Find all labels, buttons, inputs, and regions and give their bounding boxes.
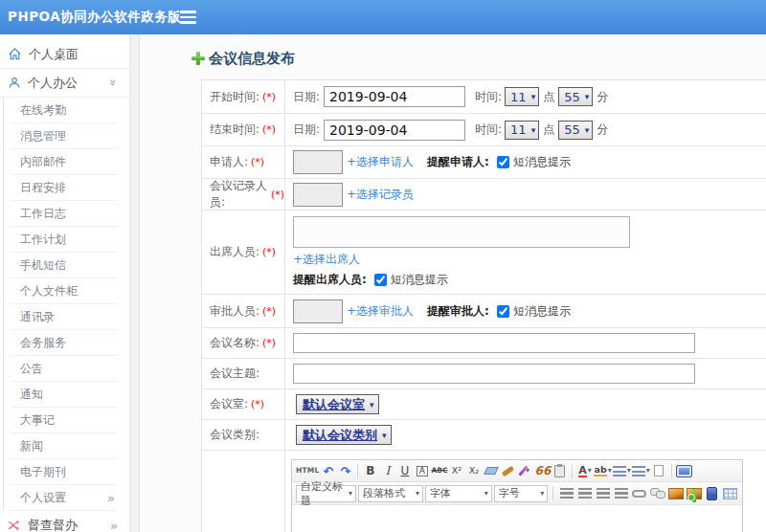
start-date-input[interactable] xyxy=(324,86,465,107)
sidebar-item-notice[interactable]: 通知 xyxy=(11,382,117,408)
meeting-name-input[interactable] xyxy=(293,333,695,353)
insert-link-button[interactable] xyxy=(631,485,647,502)
align-justify-button[interactable] xyxy=(613,485,629,502)
align-right-button[interactable] xyxy=(595,485,611,502)
sidebar-item-news[interactable]: 新闻 xyxy=(11,433,117,459)
choose-attendees-link[interactable]: +选择出席人 xyxy=(293,252,360,268)
sidebar-item-online-attendance[interactable]: 在线考勤 xyxy=(11,98,117,123)
redo-icon[interactable]: ↷ xyxy=(337,462,353,479)
recorder-input[interactable] xyxy=(293,183,343,207)
sidebar-item-personal-office[interactable]: 个人办公 » xyxy=(0,69,129,98)
sidebar-item-personal-settings[interactable]: 个人设置 » xyxy=(11,485,117,511)
ordered-list-button[interactable]: ▾ xyxy=(613,462,631,479)
undo-icon[interactable]: ↶ xyxy=(320,462,336,479)
underline-icon[interactable]: U xyxy=(396,462,413,479)
sidebar-submenu: 在线考勤 消息管理 内部邮件 日程安排 工作日志 工作计划 手机短信 个人文件柜… xyxy=(3,98,129,511)
bold-icon[interactable]: B xyxy=(362,462,378,479)
end-minute-select[interactable]: 55▾ xyxy=(558,121,593,140)
chevron-right-icon: » xyxy=(110,520,118,532)
dropdown-caret-icon: ▾ xyxy=(646,467,650,475)
multi-image-button[interactable] xyxy=(686,485,702,502)
attendees-textarea[interactable] xyxy=(293,216,630,248)
paste-button[interactable] xyxy=(552,462,568,479)
sidebar-item-personal-desktop[interactable]: 个人桌面 xyxy=(0,40,129,69)
approver-input[interactable] xyxy=(293,299,343,323)
clear-format-button[interactable] xyxy=(483,462,499,479)
sidebar: 个人桌面 个人办公 » 在线考勤 消息管理 内部邮件 日程安排 工作日志 工作计… xyxy=(0,34,129,532)
sidebar-item-contacts[interactable]: 通讯录 xyxy=(11,304,117,330)
start-hour-select[interactable]: 11▾ xyxy=(505,87,539,106)
insert-table-button[interactable] xyxy=(722,485,738,502)
italic-icon[interactable]: I xyxy=(379,462,395,479)
sidebar-item-work-plan[interactable]: 工作计划 xyxy=(11,227,117,253)
sidebar-scrollbar[interactable] xyxy=(129,34,140,532)
editor-content-area[interactable] xyxy=(292,505,742,532)
choose-recorder-link[interactable]: +选择记录员 xyxy=(347,187,414,203)
sidebar-item-meeting-service[interactable]: 会务服务 xyxy=(11,330,117,356)
sidebar-item-label: 大事记 xyxy=(20,412,55,429)
sidebar-item-label: 内部邮件 xyxy=(20,154,66,170)
align-center-button[interactable] xyxy=(576,485,593,502)
sidebar-item-e-journal[interactable]: 电子期刊 xyxy=(11,459,117,485)
select-arrow-icon: ▾ xyxy=(531,92,536,101)
editor-toolbar-row1: HTML ↶ ↷ B I U A ABC X² X₂ xyxy=(292,460,742,482)
sidebar-item-work-log[interactable]: 工作日志 xyxy=(11,201,117,227)
char-border-icon[interactable]: A xyxy=(417,466,427,477)
sidebar-item-personal-files[interactable]: 个人文件柜 xyxy=(11,278,117,304)
sidebar-item-announcement[interactable]: 公告 xyxy=(11,356,117,382)
sidebar-item-supervision[interactable]: 督查督办 » xyxy=(0,511,129,532)
start-minute-select[interactable]: 55▾ xyxy=(558,87,593,106)
form-row-meeting-room: 会议室:(*) 默认会议室▾ xyxy=(202,389,766,420)
font-color-button[interactable]: A▾ xyxy=(576,462,593,479)
fullscreen-button[interactable] xyxy=(676,462,692,479)
insert-media-button[interactable] xyxy=(704,485,720,502)
blockquote-icon[interactable]: 66 xyxy=(534,462,551,479)
page-title-text: 会议信息发布 xyxy=(209,50,295,68)
heading-select[interactable]: 自定义标题▾ xyxy=(296,485,356,502)
meeting-room-select[interactable]: 默认会议室▾ xyxy=(296,394,379,414)
form-row-content-editor: HTML ↶ ↷ B I U A ABC X² X₂ xyxy=(202,451,766,532)
new-page-button[interactable] xyxy=(651,462,667,479)
required-mark: (*) xyxy=(271,188,284,201)
highlight-color-button[interactable]: ab▾ xyxy=(594,462,611,479)
attendees-sms-checkbox[interactable] xyxy=(374,274,387,286)
align-left-button[interactable] xyxy=(558,485,574,502)
menu-icon[interactable] xyxy=(180,11,197,24)
media-icon xyxy=(707,487,717,500)
align-right-icon xyxy=(597,488,610,499)
unordered-list-button[interactable]: ▾ xyxy=(632,462,650,479)
auto-typeset-button[interactable]: ▾ xyxy=(517,462,533,479)
recorder-label: 会议记录人员:(*) xyxy=(202,179,285,210)
subscript-icon[interactable]: X₂ xyxy=(465,462,482,479)
sidebar-item-message-management[interactable]: 消息管理 xyxy=(11,123,117,149)
paragraph-select[interactable]: 段落格式▾ xyxy=(358,485,423,502)
superscript-icon[interactable]: X² xyxy=(448,462,464,479)
meeting-subject-input[interactable] xyxy=(293,364,695,384)
end-hour-select[interactable]: 11▾ xyxy=(505,121,539,140)
sidebar-item-label: 公告 xyxy=(20,361,43,377)
end-date-input[interactable] xyxy=(324,120,465,141)
start-time-label: 开始时间:(*) xyxy=(202,80,285,113)
html-source-button[interactable]: HTML xyxy=(296,462,319,479)
select-arrow-icon: ▾ xyxy=(531,125,536,135)
choose-applicant-link[interactable]: +选择申请人 xyxy=(347,154,414,170)
font-select[interactable]: 字体▾ xyxy=(425,485,492,502)
applicant-input[interactable] xyxy=(293,150,343,174)
user-icon xyxy=(8,76,21,90)
remove-link-button[interactable] xyxy=(649,485,665,502)
approver-sms-checkbox[interactable] xyxy=(497,305,509,318)
minute-unit: 分 xyxy=(597,122,608,138)
fontsize-select[interactable]: 字号▾ xyxy=(494,485,548,502)
strikethrough-icon[interactable]: ABC xyxy=(431,462,447,479)
sidebar-item-memorabilia[interactable]: 大事记 xyxy=(11,408,117,433)
sidebar-item-sms[interactable]: 手机短信 xyxy=(11,253,117,278)
sidebar-item-internal-mail[interactable]: 内部邮件 xyxy=(11,149,117,175)
applicant-sms-checkbox[interactable] xyxy=(497,156,509,168)
select-arrow-icon: ▾ xyxy=(370,400,374,410)
sidebar-item-schedule[interactable]: 日程安排 xyxy=(11,175,117,201)
insert-image-button[interactable] xyxy=(667,485,684,502)
format-brush-button[interactable] xyxy=(500,462,516,479)
meeting-category-select[interactable]: 默认会议类别▾ xyxy=(296,425,392,445)
remind-approver-label: 提醒审批人: xyxy=(427,303,489,320)
choose-approver-link[interactable]: +选择审批人 xyxy=(347,303,414,320)
